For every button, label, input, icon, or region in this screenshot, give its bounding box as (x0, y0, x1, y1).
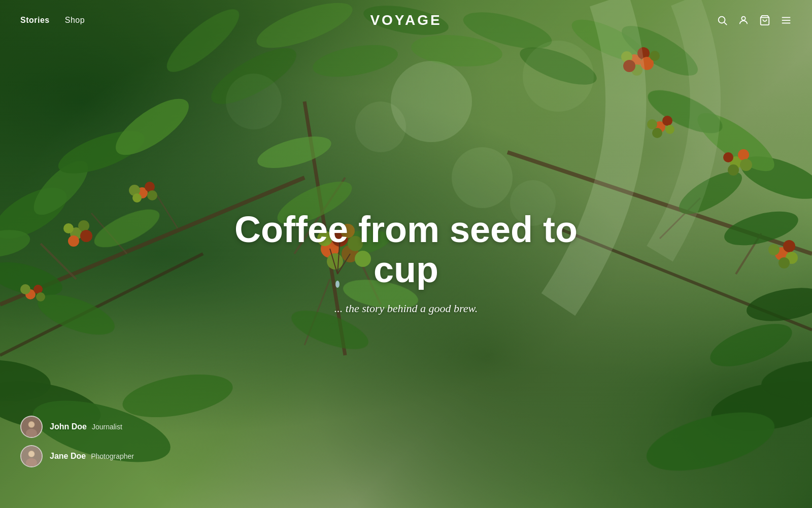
svg-point-41 (310, 40, 400, 83)
svg-point-20 (89, 202, 164, 255)
site-title: VOYAGE (370, 12, 442, 28)
svg-point-74 (147, 190, 157, 200)
svg-point-82 (662, 116, 672, 126)
svg-point-16 (108, 89, 197, 165)
nav-left: Stories Shop (20, 16, 85, 25)
svg-point-45 (254, 130, 334, 174)
author-journalist-info: John Doe Journalist (50, 422, 122, 431)
author-photographer-name: Jane Doe (50, 452, 86, 460)
svg-point-118 (29, 451, 35, 457)
svg-point-77 (738, 149, 749, 160)
svg-point-100 (355, 101, 406, 152)
user-icon (738, 15, 749, 26)
svg-point-65 (80, 230, 92, 242)
author-photographer-info: Jane Doe Photographer (50, 452, 134, 461)
journalist-avatar-image (21, 416, 42, 438)
svg-point-69 (20, 284, 30, 294)
svg-point-24 (119, 367, 236, 424)
menu-button[interactable] (781, 15, 792, 26)
svg-point-103 (226, 74, 282, 129)
author-photographer-role: Photographer (91, 452, 134, 460)
authors-section: John Doe Journalist Jane Doe Photographe… (20, 416, 134, 467)
author-journalist-avatar (20, 416, 43, 438)
svg-point-70 (36, 292, 45, 301)
svg-point-104 (719, 17, 725, 23)
navigation: Stories Shop VOYAGE (0, 0, 812, 41)
svg-point-83 (647, 119, 657, 129)
author-journalist: John Doe Journalist (20, 416, 134, 438)
svg-point-99 (452, 147, 513, 208)
search-button[interactable] (717, 15, 728, 26)
user-button[interactable] (738, 15, 749, 26)
svg-point-114 (29, 422, 35, 427)
svg-line-105 (724, 22, 727, 25)
svg-point-63 (78, 220, 89, 231)
svg-point-90 (779, 257, 790, 268)
cart-button[interactable] (759, 15, 770, 26)
nav-stories-link[interactable]: Stories (20, 16, 50, 25)
menu-icon (781, 15, 792, 26)
svg-point-78 (723, 152, 733, 162)
hero-content: Coffee from seed to cup ... the story be… (203, 210, 609, 315)
cart-icon (759, 15, 770, 26)
hero-subtitle: ... the story behind a good brew. (203, 302, 609, 315)
svg-point-106 (741, 17, 745, 20)
search-icon (717, 15, 728, 26)
nav-shop-link[interactable]: Shop (65, 16, 85, 25)
svg-point-87 (783, 240, 795, 252)
svg-point-117 (26, 458, 37, 467)
author-journalist-role: Journalist (92, 423, 122, 431)
author-photographer: Jane Doe Photographer (20, 445, 134, 467)
svg-point-101 (523, 41, 594, 112)
svg-point-64 (63, 223, 74, 233)
svg-point-113 (26, 429, 37, 438)
photographer-avatar-image (21, 445, 42, 467)
svg-point-85 (652, 128, 662, 138)
nav-center: VOYAGE (370, 12, 442, 28)
svg-point-75 (132, 193, 142, 202)
svg-point-88 (768, 244, 780, 255)
author-photographer-avatar (20, 445, 43, 467)
svg-point-30 (744, 283, 812, 327)
svg-point-31 (705, 315, 797, 375)
svg-point-66 (68, 235, 79, 247)
svg-point-80 (728, 164, 739, 176)
svg-point-72 (145, 182, 155, 192)
hero-title: Coffee from seed to cup (203, 210, 609, 290)
svg-point-96 (650, 51, 660, 61)
nav-right (717, 15, 792, 26)
author-journalist-name: John Doe (50, 422, 87, 431)
svg-point-79 (740, 159, 752, 171)
svg-point-84 (665, 125, 674, 134)
